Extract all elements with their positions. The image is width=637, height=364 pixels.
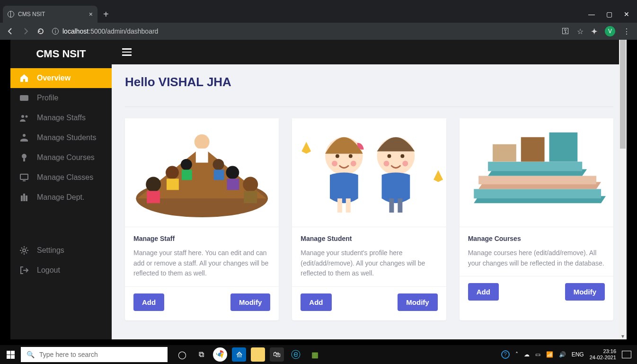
browser-tab[interactable]: CMS NSIT ×	[3, 6, 97, 23]
search-placeholder: Type here to search	[39, 351, 98, 358]
svg-rect-23	[244, 191, 257, 203]
site-info-icon[interactable]: i	[52, 28, 59, 35]
chrome-menu-icon[interactable]: ⋮	[623, 27, 630, 36]
sidebar-item-classes[interactable]: Manage Classes	[10, 168, 112, 187]
svg-point-29	[336, 154, 339, 158]
app-icon[interactable]: ▦	[308, 347, 322, 362]
language-indicator[interactable]: ENG	[572, 351, 584, 358]
sidebar-item-logout[interactable]: Logout	[10, 260, 112, 280]
new-tab-button[interactable]: +	[103, 9, 109, 20]
svg-rect-19	[167, 178, 179, 190]
sidebar-item-dept[interactable]: Manage Dept.	[10, 187, 112, 207]
address-bar[interactable]: i localhost:5000/admin/dashboard	[52, 27, 554, 35]
card-illustration-courses	[460, 118, 613, 227]
divider	[125, 107, 613, 107]
sidebar-item-overview[interactable]: Overview	[10, 68, 112, 88]
browser-tab-strip: CMS NSIT × + — ▢ ✕	[0, 0, 637, 23]
topbar	[112, 40, 627, 64]
brand-title: CMS NSIT	[10, 40, 112, 68]
edge-icon[interactable]: ⓔ	[289, 347, 303, 362]
card-manage-student: Manage Student Manage your student's pro…	[292, 118, 446, 320]
svg-rect-0	[20, 95, 28, 101]
taskbar-clock[interactable]: 23:16 24-02-2021	[590, 348, 616, 360]
svg-rect-41	[398, 198, 403, 213]
back-icon[interactable]	[7, 27, 14, 35]
id-card-icon	[19, 93, 29, 103]
chrome-icon[interactable]	[213, 347, 227, 362]
users-icon	[19, 113, 29, 123]
add-button[interactable]: Add	[468, 283, 499, 301]
logout-icon	[19, 265, 29, 275]
app-frame: CMS NSIT Overview Profile Manage Staffs …	[10, 40, 627, 339]
taskbar-search[interactable]: 🔍 Type here to search	[21, 347, 168, 362]
svg-rect-5	[23, 159, 25, 161]
sidebar-item-label: Manage Classes	[37, 173, 93, 182]
modify-button[interactable]: Modify	[565, 283, 605, 301]
cloud-icon[interactable]: ☁	[524, 351, 530, 358]
sidebar-item-label: Manage Students	[37, 133, 96, 142]
scroll-down-icon[interactable]: ▼	[620, 333, 626, 339]
scrollbar-thumb[interactable]	[620, 40, 626, 149]
modify-button[interactable]: Modify	[398, 293, 437, 311]
hamburger-icon[interactable]	[122, 48, 132, 56]
svg-point-14	[195, 134, 210, 150]
sidebar-item-students[interactable]: Manage Students	[10, 128, 112, 148]
sidebar-item-settings[interactable]: Settings	[10, 240, 112, 260]
reload-icon[interactable]	[37, 27, 44, 35]
file-explorer-icon[interactable]	[251, 347, 265, 362]
sidebar-item-staffs[interactable]: Manage Staffs	[10, 108, 112, 128]
reader-icon	[19, 133, 29, 143]
sidebar-item-label: Manage Courses	[37, 153, 95, 162]
svg-rect-42	[474, 189, 601, 198]
sidebar-item-label: Manage Dept.	[37, 193, 85, 202]
svg-point-11	[23, 249, 26, 252]
close-tab-icon[interactable]: ×	[89, 10, 93, 18]
sidebar-item-profile[interactable]: Profile	[10, 88, 112, 108]
wifi-icon[interactable]: 📶	[546, 351, 553, 358]
maximize-icon[interactable]: ▢	[606, 10, 612, 18]
svg-point-39	[403, 161, 408, 167]
password-key-icon[interactable]: ⚿	[562, 27, 569, 36]
volume-icon[interactable]: 🔊	[559, 351, 566, 358]
task-view-icon[interactable]: ⧉	[194, 347, 208, 362]
svg-rect-44	[488, 162, 582, 171]
modify-button[interactable]: Modify	[230, 293, 270, 311]
badge-icon	[19, 152, 29, 163]
main-area: Hello VISHAL JHA	[112, 40, 627, 339]
extensions-puzzle-icon[interactable]: ✦	[591, 27, 597, 36]
svg-rect-27	[214, 170, 224, 180]
svg-rect-7	[23, 180, 26, 181]
profile-avatar[interactable]: V	[605, 26, 615, 36]
content: Hello VISHAL JHA	[112, 64, 627, 331]
sidebar-item-label: Overview	[37, 74, 71, 82]
sidebar-item-label: Manage Staffs	[37, 114, 86, 122]
chevron-up-icon[interactable]: ˄	[515, 351, 518, 358]
card-manage-staff: Manage Staff Manage your staff here. You…	[125, 118, 279, 320]
sidebar: CMS NSIT Overview Profile Manage Staffs …	[10, 40, 112, 339]
vscode-icon[interactable]: ⟰	[232, 347, 246, 362]
svg-point-30	[349, 154, 353, 158]
cards-row: Manage Staff Manage your staff here. You…	[125, 118, 613, 320]
windows-taskbar: 🔍 Type here to search ◯ ⧉ ⟰ 🛍 ⓔ ▦ ? ˄ ☁ …	[0, 345, 637, 364]
add-button[interactable]: Add	[133, 293, 164, 311]
svg-point-1	[21, 115, 24, 118]
card-title: Manage Staff	[133, 235, 270, 242]
cortana-icon[interactable]: ◯	[175, 347, 189, 362]
add-button[interactable]: Add	[301, 293, 331, 311]
svg-rect-17	[147, 191, 160, 203]
sidebar-item-courses[interactable]: Manage Courses	[10, 148, 112, 168]
scrollbar[interactable]: ▼	[619, 40, 627, 339]
minimize-icon[interactable]: —	[588, 10, 595, 18]
card-title: Manage Courses	[468, 235, 605, 242]
svg-point-20	[181, 159, 192, 170]
svg-point-24	[226, 166, 239, 179]
battery-icon[interactable]: ▭	[535, 351, 540, 358]
help-icon[interactable]: ?	[501, 350, 510, 359]
forward-icon[interactable]	[22, 27, 29, 35]
close-window-icon[interactable]: ✕	[624, 10, 629, 18]
page-title: Hello VISHAL JHA	[125, 75, 613, 89]
ms-store-icon[interactable]: 🛍	[270, 347, 284, 362]
bookmark-star-icon[interactable]: ☆	[577, 27, 584, 36]
notifications-icon[interactable]	[622, 351, 631, 358]
start-button[interactable]	[0, 351, 21, 359]
